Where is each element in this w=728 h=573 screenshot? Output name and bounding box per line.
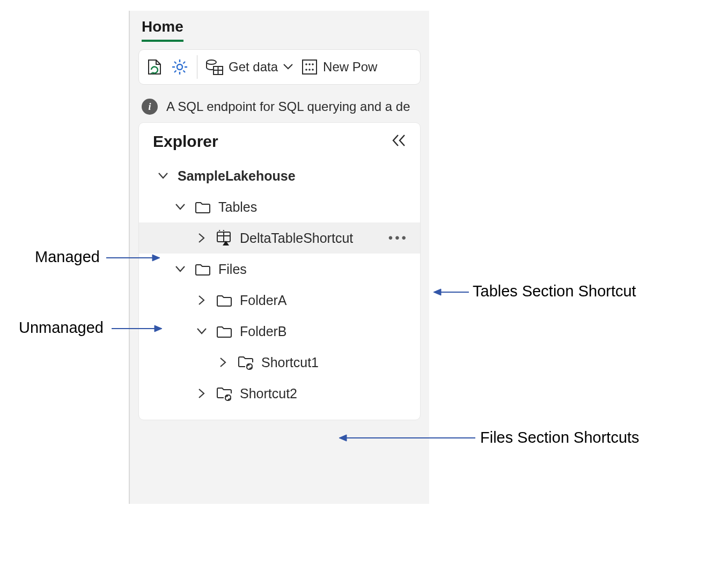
tree-label: Tables	[218, 199, 257, 215]
annotation-files-shortcuts: Files Section Shortcuts	[480, 429, 639, 447]
tab-home[interactable]: Home	[142, 18, 183, 42]
get-data-button[interactable]: Get data	[206, 59, 293, 75]
tree-node-files[interactable]: Files	[139, 254, 420, 285]
refresh-button[interactable]	[146, 58, 163, 76]
tree-label: Shortcut1	[261, 355, 319, 370]
svg-point-11	[312, 69, 314, 71]
chevron-down-icon	[283, 64, 293, 70]
tree-label: Files	[218, 262, 247, 277]
tree-label: FolderA	[240, 293, 287, 308]
svg-marker-16	[152, 255, 160, 261]
collapse-explorer-button[interactable]	[391, 134, 406, 149]
tree-node-lakehouse[interactable]: SampleLakehouse	[139, 160, 420, 191]
lakehouse-app-panel: Home	[129, 11, 429, 504]
folder-shortcut-icon	[216, 386, 233, 401]
more-options-button[interactable]: •••	[388, 230, 413, 245]
tree-node-deltatableshortcut[interactable]: DeltaTableShortcut •••	[139, 222, 420, 254]
chevron-right-icon	[215, 357, 231, 368]
folder-icon	[216, 325, 233, 338]
tree-node-folder-a[interactable]: FolderA	[139, 285, 420, 316]
folder-shortcut-icon	[238, 355, 255, 370]
chevron-right-icon	[194, 295, 210, 306]
chevron-down-icon	[172, 203, 188, 211]
new-power-label: New Pow	[323, 59, 377, 75]
explorer-tree: SampleLakehouse Tables	[139, 160, 420, 409]
gear-icon	[171, 58, 188, 76]
grid-icon	[302, 59, 318, 75]
chevron-down-icon	[155, 172, 171, 180]
arrow-tables-shortcut	[433, 287, 469, 297]
settings-button[interactable]	[171, 58, 188, 76]
chevron-right-icon	[194, 388, 210, 399]
tree-label: DeltaTableShortcut	[240, 230, 353, 246]
table-shortcut-icon	[216, 230, 233, 246]
annotation-managed: Managed	[35, 248, 100, 266]
get-data-label: Get data	[229, 59, 278, 75]
tab-strip: Home	[130, 11, 429, 42]
arrow-files-shortcuts	[339, 433, 475, 443]
annotation-tables-shortcut: Tables Section Shortcut	[473, 282, 636, 300]
chevron-right-icon	[194, 233, 210, 243]
svg-point-9	[305, 69, 307, 71]
svg-marker-20	[433, 289, 441, 295]
tree-node-tables[interactable]: Tables	[139, 191, 420, 222]
svg-point-0	[177, 64, 182, 70]
chevron-double-left-icon	[391, 134, 406, 147]
svg-rect-5	[303, 60, 317, 74]
tree-label: Shortcut2	[240, 386, 297, 401]
tree-node-folder-b[interactable]: FolderB	[139, 316, 420, 347]
info-bar: i A SQL endpoint for SQL querying and a …	[130, 94, 429, 122]
explorer-panel: Explorer SampleLakehouse	[138, 122, 421, 420]
folder-icon	[195, 200, 212, 213]
new-power-button[interactable]: New Pow	[302, 59, 377, 75]
chevron-down-icon	[194, 328, 210, 335]
explorer-title: Explorer	[153, 132, 218, 151]
svg-point-1	[207, 60, 216, 64]
toolbar-divider	[197, 55, 197, 79]
folder-icon	[216, 294, 233, 307]
tree-label: SampleLakehouse	[178, 168, 296, 184]
info-icon: i	[142, 99, 158, 115]
arrow-managed	[106, 253, 160, 263]
folder-icon	[195, 263, 212, 276]
arrow-unmanaged	[112, 324, 162, 333]
tree-node-shortcut2[interactable]: Shortcut2	[139, 378, 420, 409]
info-text: A SQL endpoint for SQL querying and a de	[166, 99, 410, 114]
page-refresh-icon	[146, 58, 163, 76]
svg-point-8	[312, 63, 314, 65]
svg-point-10	[308, 69, 311, 71]
toolbar: Get data New Pow	[138, 49, 421, 85]
chevron-down-icon	[172, 265, 188, 273]
tree-node-shortcut1[interactable]: Shortcut1	[139, 347, 420, 378]
data-table-icon	[206, 59, 223, 75]
svg-marker-22	[339, 435, 347, 441]
annotation-unmanaged: Unmanaged	[19, 319, 104, 337]
svg-marker-18	[155, 325, 162, 332]
svg-point-7	[308, 63, 311, 65]
tree-label: FolderB	[240, 324, 287, 339]
svg-point-6	[305, 63, 307, 65]
